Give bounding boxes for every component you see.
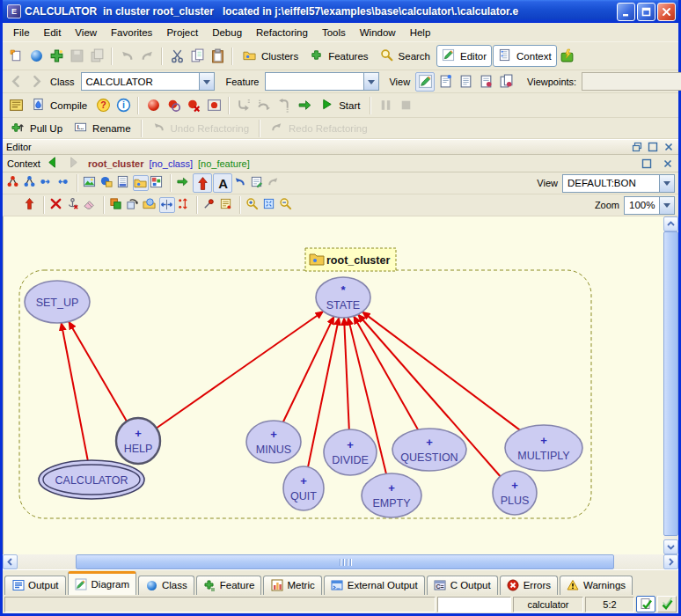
menu-debug[interactable]: Debug: [205, 26, 249, 40]
class-node-question[interactable]: +QUESTION: [392, 429, 466, 471]
tab-errors[interactable]: Errors: [500, 576, 558, 595]
view-flat-icon[interactable]: [436, 72, 455, 92]
view-text-icon[interactable]: [456, 72, 475, 92]
class-node-multiply[interactable]: +MULTIPLY: [505, 425, 582, 471]
inheritance-link-minus-state[interactable]: [283, 317, 334, 422]
undo-icon[interactable]: [117, 47, 136, 66]
open-project-icon[interactable]: [26, 47, 46, 66]
menu-help[interactable]: Help: [403, 26, 438, 40]
delete-icon[interactable]: [49, 197, 65, 213]
horizontal-scrollbar[interactable]: [3, 554, 678, 569]
class-node-plus[interactable]: +PLUS: [493, 471, 537, 515]
clusters-button[interactable]: Clusters: [238, 46, 304, 67]
title-bar[interactable]: E CALCULATOR in cluster root_cluster loc…: [3, 0, 678, 23]
color-tool-icon[interactable]: [109, 197, 125, 213]
close-button[interactable]: [657, 3, 676, 21]
external-commands-icon[interactable]: [558, 47, 577, 66]
new-window-icon[interactable]: [6, 47, 26, 66]
note-icon[interactable]: [219, 197, 235, 213]
bon-diagram[interactable]: SET_UP*STATE+HELPCALCULATOR+MINUS+QUIT+D…: [4, 216, 663, 554]
pause-icon[interactable]: [376, 96, 395, 115]
history-tool-icon[interactable]: [250, 175, 266, 191]
inheritance-link-divide-state[interactable]: [344, 318, 349, 429]
class-node-set_up[interactable]: SET_UP: [25, 281, 90, 323]
menu-view[interactable]: View: [68, 26, 104, 40]
menu-window[interactable]: Window: [353, 26, 403, 40]
redo-icon[interactable]: [137, 47, 157, 66]
step-out-icon[interactable]: [275, 96, 294, 115]
stop-icon[interactable]: [396, 96, 415, 115]
tab-diagram[interactable]: Diagram: [68, 571, 136, 595]
context-class[interactable]: [no_class]: [150, 158, 194, 169]
tab-feature[interactable]: Feature: [196, 576, 262, 595]
cut-icon[interactable]: [167, 47, 187, 66]
view-contract-icon[interactable]: [476, 72, 495, 92]
vertical-scrollbar[interactable]: [663, 216, 678, 554]
view-flat-contract-icon[interactable]: [496, 72, 516, 92]
class-node-help[interactable]: +HELP: [116, 418, 160, 464]
feature-combobox[interactable]: [265, 72, 379, 91]
text-tool-icon[interactable]: A: [213, 173, 232, 193]
class-node-quit[interactable]: +QUIT: [283, 466, 324, 510]
inheritance-link-help-state[interactable]: [157, 312, 324, 429]
export-image-icon[interactable]: [83, 175, 99, 191]
scroll-right-icon[interactable]: [663, 554, 678, 569]
add-class-icon[interactable]: [47, 47, 66, 66]
context-feature[interactable]: [no_feature]: [198, 158, 250, 169]
save-icon[interactable]: [67, 47, 86, 66]
tab-class[interactable]: Class: [138, 576, 194, 595]
pin-icon[interactable]: [202, 197, 218, 213]
inheritance-link-tool-icon[interactable]: [193, 173, 212, 193]
uml-view-icon[interactable]: [116, 175, 132, 191]
view-editor-icon[interactable]: [415, 72, 435, 92]
new-class-tool-icon[interactable]: [6, 197, 22, 213]
context-forward-icon[interactable]: [67, 156, 83, 172]
eraser-icon[interactable]: [83, 197, 99, 213]
auto-complete-status-icon[interactable]: [636, 596, 655, 612]
crop-cluster-icon[interactable]: [143, 197, 158, 213]
editor-toggle-button[interactable]: Editor: [436, 45, 492, 67]
menu-refactoring[interactable]: Refactoring: [249, 26, 315, 40]
force-layout-icon[interactable]: [176, 175, 192, 191]
diagram-canvas[interactable]: SET_UP*STATE+HELPCALCULATOR+MINUS+QUIT+D…: [3, 216, 663, 554]
tab-output[interactable]: Output: [4, 576, 66, 595]
scroll-down-icon[interactable]: [663, 539, 678, 554]
minimize-button[interactable]: [617, 3, 635, 21]
menu-project[interactable]: Project: [159, 26, 205, 40]
class-node-minus[interactable]: +MINUS: [246, 421, 301, 463]
pull-up-button[interactable]: Pull Up: [6, 118, 68, 139]
class-tool-icon[interactable]: [99, 175, 115, 191]
diagram-view-combobox[interactable]: DEFAULT:BON: [562, 174, 675, 193]
combo-dropdown-icon[interactable]: [659, 175, 674, 192]
layout-icon[interactable]: [150, 175, 165, 191]
back-icon[interactable]: [6, 72, 26, 92]
zoom-out-icon[interactable]: [279, 197, 295, 213]
maximize-pane-icon[interactable]: [646, 141, 659, 153]
close-pane-icon[interactable]: [661, 158, 674, 170]
combo-dropdown-icon[interactable]: [199, 73, 214, 90]
disable-breakpoints-icon[interactable]: [164, 96, 183, 115]
save-all-icon[interactable]: [87, 47, 106, 66]
tab-metric[interactable]: Metric: [263, 576, 321, 595]
combo-dropdown-icon[interactable]: [659, 197, 674, 214]
undo-refactoring-button[interactable]: Undo Refactoring: [147, 118, 255, 139]
project-settings-icon[interactable]: [6, 96, 26, 115]
run-to-cursor-icon[interactable]: [295, 96, 314, 115]
client-links-icon[interactable]: [56, 175, 72, 191]
close-pane-icon[interactable]: [662, 141, 675, 153]
space-vertical-icon[interactable]: [176, 197, 192, 213]
vertical-scroll-track[interactable]: [663, 231, 678, 539]
vertical-scroll-thumb[interactable]: [663, 231, 678, 536]
zoom-combobox[interactable]: 100%: [624, 196, 675, 215]
supplier-links-icon[interactable]: [40, 175, 55, 191]
menu-favorites[interactable]: Favorites: [104, 26, 159, 40]
tab-c-output[interactable]: C= C Output: [427, 576, 498, 595]
enable-breakpoints-icon[interactable]: [143, 96, 163, 115]
new-inheritance-icon[interactable]: [23, 197, 39, 213]
cluster-hierarchy-icon[interactable]: [23, 175, 39, 191]
syntax-check-status-icon[interactable]: [657, 596, 677, 612]
diagram-redo-icon[interactable]: [267, 175, 282, 191]
menu-edit[interactable]: Edit: [37, 26, 69, 40]
maximize-button[interactable]: [637, 3, 655, 21]
scroll-left-icon[interactable]: [3, 554, 18, 569]
